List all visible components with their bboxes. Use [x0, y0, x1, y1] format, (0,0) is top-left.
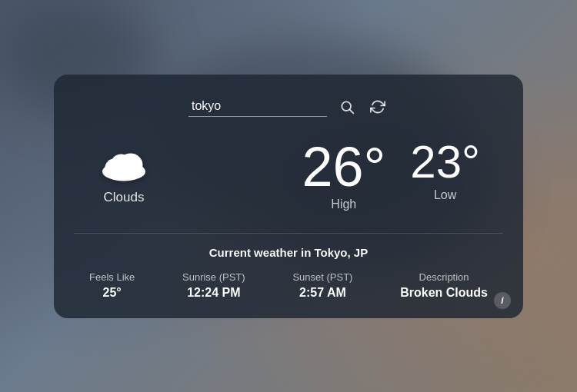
description-label: Description	[419, 271, 469, 283]
description-block: Description Broken Clouds	[400, 271, 488, 300]
weather-temps: 26° High 23° Low	[302, 139, 480, 211]
weather-condition-block: Clouds	[97, 145, 151, 205]
sunset-block: Sunset (PST) 2:57 AM	[292, 271, 352, 300]
divider	[74, 233, 503, 234]
low-temp-label: Low	[434, 188, 456, 202]
sunrise-block: Sunrise (PST) 12:24 PM	[182, 271, 245, 300]
sunset-label: Sunset (PST)	[292, 271, 352, 283]
sunrise-label: Sunrise (PST)	[182, 271, 245, 283]
sunset-value: 2:57 AM	[299, 286, 346, 300]
stats-row: Feels Like 25° Sunrise (PST) 12:24 PM Su…	[82, 271, 495, 300]
refresh-button[interactable]	[367, 96, 389, 118]
weather-card: Clouds 26° High 23° Low Current weather …	[54, 75, 523, 318]
cloud-icon	[97, 145, 151, 184]
description-value: Broken Clouds	[400, 286, 488, 300]
feels-like-block: Feels Like 25°	[89, 271, 135, 300]
search-input[interactable]	[188, 96, 327, 117]
feels-like-label: Feels Like	[89, 271, 135, 283]
high-temp-value: 26°	[302, 139, 385, 194]
low-temp-block: 23° Low	[410, 139, 480, 202]
high-temp-block: 26° High	[302, 139, 385, 211]
feels-like-value: 25°	[103, 286, 122, 300]
weather-main: Clouds 26° High 23° Low	[82, 139, 495, 211]
info-icon: i	[501, 295, 503, 306]
low-temp-value: 23°	[410, 139, 480, 185]
search-row	[82, 96, 495, 118]
svg-line-1	[350, 109, 354, 113]
current-weather-title: Current weather in Tokyo, JP	[82, 246, 495, 259]
info-button[interactable]: i	[494, 292, 511, 309]
search-icon	[339, 99, 355, 115]
search-button[interactable]	[336, 96, 358, 118]
high-temp-label: High	[331, 198, 356, 211]
condition-label: Clouds	[104, 190, 145, 205]
refresh-icon	[370, 99, 385, 115]
sunrise-value: 12:24 PM	[187, 286, 240, 300]
svg-point-5	[111, 154, 131, 173]
